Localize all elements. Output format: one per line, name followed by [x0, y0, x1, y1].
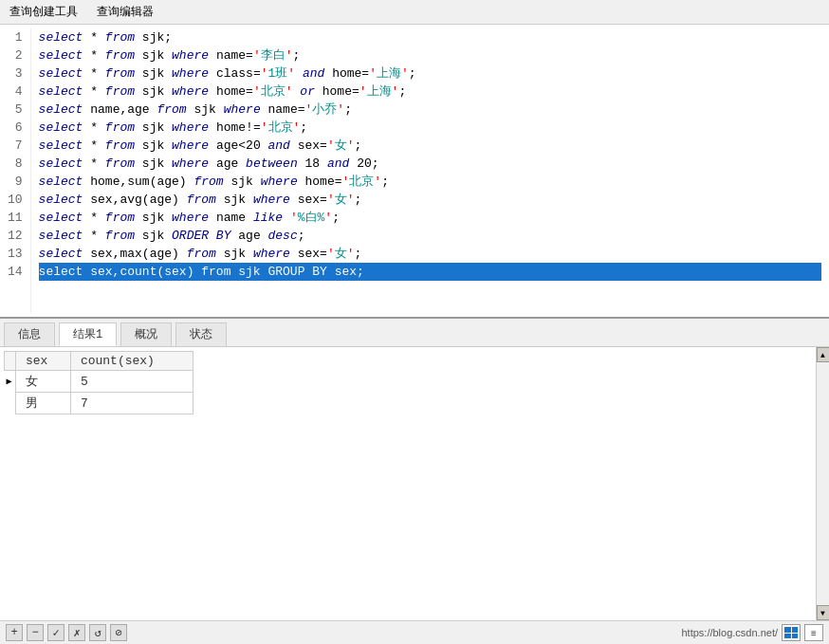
table-cell: 男	[16, 393, 71, 414]
add-button[interactable]: +	[6, 624, 23, 641]
code-line-9[interactable]: select home,sum(age) from sjk where home…	[39, 173, 821, 191]
editor-area: 1234567891011121314 select * from sjk;se…	[0, 25, 829, 319]
code-lines[interactable]: select * from sjk;select * from sjk wher…	[31, 28, 829, 313]
remove-button[interactable]: −	[27, 624, 44, 641]
menu-bar: 查询创建工具 查询编辑器	[0, 0, 829, 25]
scrollbar-right: ▲ ▼	[816, 347, 829, 620]
table-cell: 7	[70, 393, 193, 414]
code-line-4[interactable]: select * from sjk where home='北京' or hom…	[39, 83, 821, 101]
bottom-panel: 信息结果1概况状态 sexcount(sex)▶女5男7 ▲ ▼	[0, 319, 829, 620]
code-line-14[interactable]: select sex,count(sex) from sjk GROUP BY …	[39, 263, 821, 281]
table-row[interactable]: 男7	[5, 393, 193, 414]
doc-icon[interactable]: ≡	[804, 624, 823, 641]
toolbar-right: https://blog.csdn.net/ ≡	[681, 624, 823, 641]
table-cell: 女	[16, 371, 71, 393]
code-line-8[interactable]: select * from sjk where age between 18 a…	[39, 155, 821, 173]
confirm-button[interactable]: ✓	[47, 624, 64, 641]
menu-item-query-editor[interactable]: 查询编辑器	[91, 2, 159, 22]
tabs-bar: 信息结果1概况状态	[0, 319, 829, 347]
code-line-1[interactable]: select * from sjk;	[39, 28, 821, 46]
bottom-toolbar: +−✓✗↺⊘ https://blog.csdn.net/ ≡	[0, 620, 829, 644]
results-content[interactable]: sexcount(sex)▶女5男7	[0, 347, 816, 620]
tab-结果1[interactable]: 结果1	[59, 322, 117, 346]
scroll-up-button[interactable]: ▲	[817, 347, 830, 362]
code-line-3[interactable]: select * from sjk where class='1班' and h…	[39, 64, 821, 83]
refresh-button[interactable]: ↺	[89, 624, 106, 641]
tab-状态[interactable]: 状态	[175, 322, 227, 346]
table-header: count(sex)	[70, 352, 193, 371]
menu-item-query-builder[interactable]: 查询创建工具	[4, 2, 83, 22]
tab-信息[interactable]: 信息	[4, 322, 55, 346]
code-line-12[interactable]: select * from sjk ORDER BY age desc;	[39, 227, 821, 245]
tab-概况[interactable]: 概况	[120, 322, 172, 346]
scroll-down-button[interactable]: ▼	[817, 605, 830, 620]
code-line-11[interactable]: select * from sjk where name like '%白%';	[39, 209, 821, 227]
table-header: sex	[16, 352, 71, 371]
result-table: sexcount(sex)▶女5男7	[4, 351, 193, 414]
results-scroll-container: sexcount(sex)▶女5男7 ▲ ▼	[0, 347, 829, 620]
code-line-2[interactable]: select * from sjk where name='李白';	[39, 46, 821, 64]
grid-icon[interactable]	[782, 624, 801, 641]
code-editor[interactable]: 1234567891011121314 select * from sjk;se…	[0, 25, 829, 317]
code-line-13[interactable]: select sex,max(age) from sjk where sex='…	[39, 245, 821, 263]
code-line-6[interactable]: select * from sjk where home!='北京';	[39, 119, 821, 137]
url-text: https://blog.csdn.net/	[681, 627, 778, 638]
toolbar-left: +−✓✗↺⊘	[6, 624, 127, 641]
code-line-7[interactable]: select * from sjk where age<20 and sex='…	[39, 137, 821, 155]
line-numbers: 1234567891011121314	[0, 28, 31, 313]
table-cell: 5	[70, 371, 193, 393]
code-line-5[interactable]: select name,age from sjk where name='小乔'…	[39, 101, 821, 119]
code-line-10[interactable]: select sex,avg(age) from sjk where sex='…	[39, 191, 821, 209]
table-row[interactable]: ▶女5	[5, 371, 193, 393]
cancel-button[interactable]: ✗	[68, 624, 85, 641]
clear-button[interactable]: ⊘	[110, 624, 127, 641]
